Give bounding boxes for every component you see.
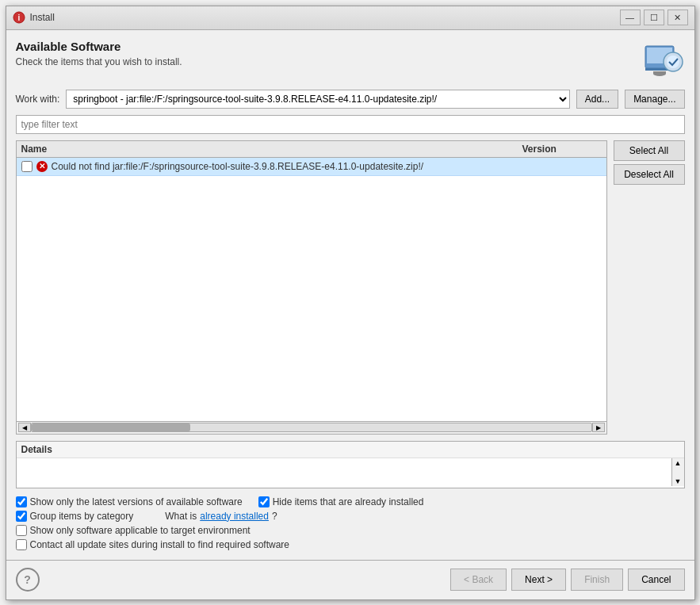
option-target-env: Show only software applicable to target … xyxy=(16,525,251,536)
install-dialog: i Install — ☐ ✕ Available Software Check… xyxy=(6,6,695,600)
already-installed-link[interactable]: already installed xyxy=(200,511,269,522)
opt3-label[interactable]: Show only software applicable to target … xyxy=(30,525,251,536)
dialog-footer: ? < Back Next > Finish Cancel xyxy=(6,560,694,599)
option-latest-versions: Show only the latest versions of availab… xyxy=(16,496,243,507)
what-is-prefix: What is xyxy=(165,511,197,522)
error-icon: ✕ xyxy=(36,160,48,173)
opt5-checkbox[interactable] xyxy=(258,496,270,507)
options-section: Show only the latest versions of availab… xyxy=(16,488,685,560)
scroll-left[interactable]: ◀ xyxy=(18,423,31,432)
options-row-1: Show only the latest versions of availab… xyxy=(16,496,685,507)
opt5-label[interactable]: Hide items that are already installed xyxy=(273,496,424,507)
maximize-button[interactable]: ☐ xyxy=(644,10,664,25)
opt2-label[interactable]: Group items by category xyxy=(30,511,134,522)
back-button[interactable]: < Back xyxy=(450,569,507,591)
add-button[interactable]: Add... xyxy=(576,90,618,109)
details-scrollbar[interactable]: ▲ ▼ xyxy=(671,458,684,486)
opt2-checkbox[interactable] xyxy=(16,511,27,522)
scroll-up-arrow[interactable]: ▲ xyxy=(674,458,683,468)
filter-row xyxy=(16,115,685,134)
deselect-all-button[interactable]: Deselect All xyxy=(614,164,685,185)
scroll-right[interactable]: ▶ xyxy=(592,423,605,432)
options-row-2: Group items by category What is already … xyxy=(16,511,685,522)
what-is-suffix: ? xyxy=(272,511,277,522)
header-graphic xyxy=(641,40,685,82)
work-with-label: Work with: xyxy=(16,94,60,105)
option-hide-installed: Hide items that are already installed xyxy=(258,496,424,507)
window-title: Install xyxy=(30,12,620,23)
details-textarea[interactable] xyxy=(17,458,671,486)
footer-buttons: < Back Next > Finish Cancel xyxy=(450,569,684,591)
finish-button[interactable]: Finish xyxy=(571,569,623,591)
svg-text:i: i xyxy=(17,13,20,22)
svg-rect-6 xyxy=(653,71,666,74)
work-with-dropdown[interactable]: springboot - jar:file:/F:/springsource-t… xyxy=(66,90,569,109)
table-row[interactable]: ✕ Could not find jar:file:/F:/springsour… xyxy=(17,158,606,176)
filter-input[interactable] xyxy=(16,115,685,134)
page-subtitle: Check the items that you wish to install… xyxy=(16,56,182,67)
dialog-content: Available Software Check the items that … xyxy=(6,30,694,560)
work-with-selector[interactable]: springboot - jar:file:/F:/springsource-t… xyxy=(66,90,569,109)
scroll-track[interactable] xyxy=(31,423,592,432)
horizontal-scrollbar[interactable]: ◀ ▶ xyxy=(17,421,606,434)
close-button[interactable]: ✕ xyxy=(667,10,688,25)
manage-button[interactable]: Manage... xyxy=(625,90,684,109)
work-with-row: Work with: springboot - jar:file:/F:/spr… xyxy=(16,90,685,109)
table-body: ✕ Could not find jar:file:/F:/springsour… xyxy=(17,158,606,421)
svg-point-8 xyxy=(667,56,679,68)
opt3-checkbox[interactable] xyxy=(16,525,27,536)
scroll-down-arrow[interactable]: ▼ xyxy=(674,477,683,486)
what-is-installed: What is already installed ? xyxy=(149,511,277,522)
header-section: Available Software Check the items that … xyxy=(16,40,685,82)
select-all-button[interactable]: Select All xyxy=(614,140,685,161)
side-buttons: Select All Deselect All xyxy=(614,140,685,435)
opt4-checkbox[interactable] xyxy=(16,539,27,550)
error-circle: ✕ xyxy=(36,161,48,172)
help-button[interactable]: ? xyxy=(16,568,40,592)
header-left: Available Software Check the items that … xyxy=(16,40,182,67)
row-name: Could not find jar:file:/F:/springsource… xyxy=(52,161,602,172)
table-header: Name Version xyxy=(17,141,606,158)
row-checkbox[interactable] xyxy=(21,161,33,172)
column-name: Name xyxy=(21,144,522,155)
minimize-button[interactable]: — xyxy=(620,10,641,25)
page-title: Available Software xyxy=(16,40,182,53)
table-section: Name Version ✕ Could not find jar:file:/… xyxy=(16,140,685,435)
details-label: Details xyxy=(17,442,684,458)
scroll-thumb[interactable] xyxy=(32,423,190,431)
opt1-checkbox[interactable] xyxy=(16,496,27,507)
column-version: Version xyxy=(522,144,602,155)
cancel-button[interactable]: Cancel xyxy=(628,569,684,591)
options-row-4: Contact all update sites during install … xyxy=(16,539,685,550)
option-contact-update-sites: Contact all update sites during install … xyxy=(16,539,290,550)
opt4-label[interactable]: Contact all update sites during install … xyxy=(30,539,290,550)
details-body: ▲ ▼ xyxy=(17,458,684,486)
details-section: Details ▲ ▼ xyxy=(16,441,685,488)
title-bar: i Install — ☐ ✕ xyxy=(6,6,694,30)
opt1-label[interactable]: Show only the latest versions of availab… xyxy=(30,496,243,507)
next-button[interactable]: Next > xyxy=(511,569,566,591)
app-icon: i xyxy=(13,11,25,24)
software-table: Name Version ✕ Could not find jar:file:/… xyxy=(16,140,607,435)
window-controls: — ☐ ✕ xyxy=(620,10,688,25)
option-group-category: Group items by category xyxy=(16,511,134,522)
options-row-3: Show only software applicable to target … xyxy=(16,525,685,536)
